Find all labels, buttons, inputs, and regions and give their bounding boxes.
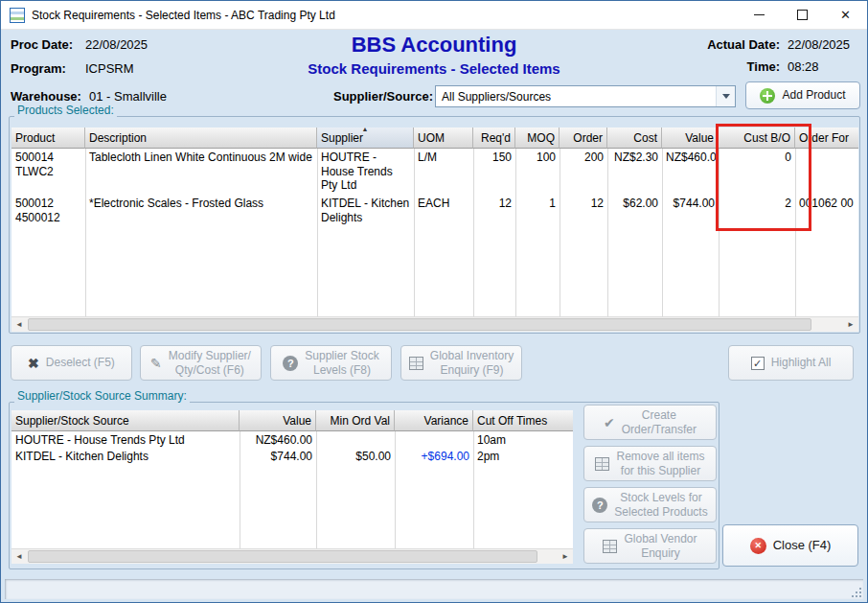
- actual-date-value: 22/08/2025: [788, 37, 858, 52]
- scrollbar-thumb[interactable]: [28, 318, 811, 331]
- cell-order-for: 001062 00: [795, 195, 858, 213]
- cell-order-for: [795, 149, 858, 152]
- column-header-supplier[interactable]: Supplier ▲: [317, 128, 414, 149]
- scrollbar-track[interactable]: [27, 317, 843, 332]
- column-header-cut-off-times[interactable]: Cut Off Times: [473, 410, 573, 431]
- modify-supplier-button[interactable]: ✎ Modify Supplier/ Qty/Cost (F6): [140, 345, 262, 381]
- add-product-label: Add Product: [782, 88, 845, 103]
- grid-icon: [595, 457, 609, 471]
- cell-moq: 100: [515, 149, 560, 167]
- stock-levels-selected-label: Stock Levels for Selected Products: [614, 491, 707, 520]
- question-icon: ?: [592, 498, 607, 513]
- scroll-right-icon[interactable]: ►: [843, 317, 858, 332]
- minimize-button[interactable]: [738, 1, 781, 29]
- table-row[interactable]: 500012 4500012 *Electronic Scales - Fros…: [11, 195, 858, 226]
- column-header-cust-bo[interactable]: Cust B/O: [719, 128, 795, 149]
- deselect-button[interactable]: ✖ Deselect (F5): [11, 345, 132, 381]
- column-header-order-for[interactable]: Order For: [795, 128, 858, 149]
- scroll-left-icon[interactable]: ◄: [11, 317, 27, 332]
- app-icon: [10, 8, 25, 23]
- scroll-left-icon[interactable]: ◄: [11, 549, 27, 564]
- warehouse-value: 01 - Smallville: [89, 89, 167, 104]
- global-inventory-enquiry-label: Global Inventory Enquiry (F9): [430, 349, 514, 378]
- products-hscrollbar[interactable]: ◄ ►: [11, 316, 858, 332]
- scrollbar-track[interactable]: [27, 549, 558, 564]
- cell-cut-off: 10am: [473, 431, 573, 450]
- column-header-source[interactable]: Supplier/Stock Source: [11, 410, 240, 431]
- cell-cut-off: 2pm: [473, 448, 573, 466]
- list-item[interactable]: KITDEL - Kitchen Delights $744.00 $50.00…: [11, 448, 573, 464]
- close-button[interactable]: ✕ Close (F4): [722, 524, 858, 567]
- column-header-cost[interactable]: Cost: [607, 128, 662, 149]
- grid-line: [719, 149, 720, 317]
- create-order-transfer-button[interactable]: ✔ Create Order/Transfer: [583, 405, 717, 440]
- column-header-reqd[interactable]: Req'd: [473, 128, 515, 149]
- scroll-right-icon[interactable]: ►: [558, 549, 573, 564]
- column-header-value[interactable]: Value: [240, 410, 316, 431]
- column-header-uom[interactable]: UOM: [414, 128, 473, 149]
- cell-uom: L/M: [414, 149, 473, 167]
- supplier-source-select[interactable]: All Suppliers/Sources: [435, 85, 736, 107]
- column-header-moq[interactable]: MOQ: [515, 128, 560, 149]
- cell-source: HOUTRE - House Trends Pty Ltd: [11, 431, 240, 450]
- maximize-icon: [797, 10, 808, 20]
- x-icon: ✖: [28, 356, 39, 371]
- summary-table: Supplier/Stock Source Value Min Ord Val …: [11, 410, 573, 564]
- stock-levels-selected-button[interactable]: ? Stock Levels for Selected Products: [583, 487, 717, 522]
- close-icon: ✕: [840, 8, 851, 22]
- cell-value: NZ$460.00: [662, 149, 719, 167]
- cell-variance: +$694.00: [395, 448, 473, 466]
- cell-cost: NZ$2.30: [607, 149, 662, 167]
- summary-hscrollbar[interactable]: ◄ ►: [11, 548, 573, 564]
- check-glyph: ✓: [753, 358, 762, 369]
- cell-source: KITDEL - Kitchen Delights: [11, 448, 240, 466]
- scrollbar-thumb[interactable]: [28, 550, 537, 563]
- titlebar: Stock Requirements - Selected Items - AB…: [1, 1, 867, 30]
- supplier-source-value: All Suppliers/Sources: [436, 90, 716, 104]
- grid-line: [85, 149, 86, 317]
- pencil-icon: ✎: [150, 356, 162, 371]
- summary-table-header: Supplier/Stock Source Value Min Ord Val …: [11, 410, 573, 431]
- grid-line: [414, 149, 415, 317]
- table-row[interactable]: 500014 TLWC2 Tablecloth Linen White Cont…: [11, 149, 858, 195]
- cell-uom: EACH: [414, 195, 473, 213]
- grid-line: [240, 431, 240, 549]
- remove-items-button[interactable]: Remove all items for this Supplier: [583, 446, 717, 481]
- supplier-stock-levels-label: Supplier Stock Levels (F8): [305, 349, 378, 378]
- column-header-order[interactable]: Order: [560, 128, 607, 149]
- products-table-header: Product Description Supplier ▲ UOM Req'd…: [11, 128, 858, 149]
- global-inventory-enquiry-button[interactable]: Global Inventory Enquiry (F9): [400, 345, 522, 381]
- cell-supplier: KITDEL - Kitchen Delights: [317, 195, 414, 226]
- modify-supplier-label: Modify Supplier/ Qty/Cost (F6): [169, 349, 251, 378]
- cell-order: 12: [560, 195, 607, 213]
- close-window-button[interactable]: ✕: [824, 1, 867, 29]
- column-header-min-ord-val[interactable]: Min Ord Val: [316, 410, 395, 431]
- column-header-variance[interactable]: Variance: [395, 410, 473, 431]
- cell-description: Tablecloth Linen White Continuous 2M wid…: [85, 149, 317, 167]
- column-header-description[interactable]: Description: [85, 128, 317, 149]
- global-vendor-enquiry-label: Global Vendor Enquiry: [624, 532, 697, 561]
- header-right: Actual Date: 22/08/2025 Time: 08:28: [707, 37, 858, 74]
- add-product-button[interactable]: Add Product: [745, 81, 860, 109]
- cell-order: 200: [560, 149, 607, 167]
- maximize-button[interactable]: [781, 1, 824, 29]
- minimize-icon: [754, 14, 765, 15]
- resize-grip[interactable]: [850, 586, 861, 597]
- column-header-value[interactable]: Value: [662, 128, 719, 149]
- cell-description: *Electronic Scales - Frosted Glass: [85, 195, 317, 213]
- close-circle-icon: ✕: [750, 538, 766, 554]
- global-vendor-enquiry-button[interactable]: Global Vendor Enquiry: [583, 528, 717, 564]
- list-item[interactable]: HOUTRE - House Trends Pty Ltd NZ$460.00 …: [11, 431, 573, 448]
- summary-group-label: Supplier/Stock Source Summary:: [14, 389, 190, 403]
- warehouse-row: Warehouse:01 - Smallville: [11, 89, 167, 104]
- highlight-all-button[interactable]: ✓ Highlight All: [728, 345, 854, 381]
- cell-reqd: 12: [473, 195, 515, 213]
- supplier-stock-levels-button[interactable]: ? Supplier Stock Levels (F8): [270, 345, 392, 381]
- warehouse-label: Warehouse:: [11, 89, 89, 104]
- cell-supplier: HOUTRE - House Trends Pty Ltd: [317, 149, 414, 195]
- cell-product: 500014 TLWC2: [11, 149, 85, 180]
- column-header-product[interactable]: Product: [11, 128, 85, 149]
- chevron-down-icon[interactable]: [716, 86, 735, 106]
- actual-date-label: Actual Date:: [707, 37, 780, 52]
- grid-line: [662, 149, 663, 317]
